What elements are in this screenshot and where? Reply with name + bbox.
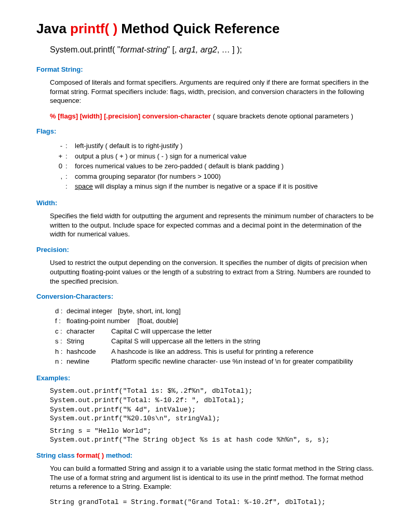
flag-row: 0:forces numerical values to be zero-pad… [55, 162, 320, 171]
examples-code-1: System.out.printf("Total is: $%,.2f%n", … [50, 387, 375, 423]
conv-desc: A hashcode is like an address. This is u… [111, 347, 355, 356]
conv-char: f : [55, 316, 65, 326]
conversion-table: d :decimal integer [byte, short, int, lo… [54, 305, 356, 367]
flag-symbol [55, 182, 64, 191]
format-spec-line: % [flags] [width] [.precision] conversio… [50, 112, 375, 121]
conv-row: s :StringCapital S will uppercase all th… [55, 337, 355, 346]
flag-space-underline: space [75, 182, 93, 190]
page-title: Java printf( ) Method Quick Reference [36, 20, 375, 38]
width-heading: Width: [36, 198, 375, 208]
flag-desc: forces numerical values to be zero-padde… [75, 162, 320, 171]
precision-body: Used to restrict the output depending on… [50, 258, 375, 286]
conv-desc: Capital S will uppercase all the letters… [111, 337, 355, 346]
conv-name: character [67, 327, 110, 336]
conv-row: c :characterCapital C will uppercase the… [55, 327, 355, 336]
flag-desc: left-justify ( default is to right-justi… [75, 141, 320, 151]
conv-row: f :floating-point number [float, double] [55, 316, 355, 326]
syntax-pre: System.out.printf( " [50, 45, 121, 54]
syntax-line: System.out.printf( "format-string" [, ar… [50, 44, 375, 56]
string-class-code: String grandTotal = String.format("Grand… [50, 498, 375, 507]
flag-colon: : [65, 141, 74, 151]
flag-symbol: , [55, 172, 64, 181]
flag-space-rest: will display a minus sign if the number … [93, 182, 318, 190]
examples-code-2: String s = "Hello World"; System.out.pri… [50, 427, 375, 445]
examples-heading: Examples: [36, 374, 375, 383]
flags-table: -:left-justify ( default is to right-jus… [54, 140, 321, 192]
string-class-h2: format( ) [76, 451, 104, 459]
string-class-h3: method: [104, 451, 132, 459]
flag-row: ,:comma grouping separator (for numbers … [55, 172, 320, 181]
title-text-3: Method Quick Reference [117, 21, 280, 36]
format-spec-note: ( square brackets denote optional parame… [211, 112, 353, 120]
conv-row: h :hashcodeA hashcode is like an address… [55, 347, 355, 356]
flag-symbol: - [55, 141, 64, 151]
flag-desc: output a plus ( + ) or minus ( - ) sign … [75, 152, 320, 161]
conv-name: String [67, 337, 110, 346]
syntax-format-italic: format-string [121, 45, 167, 54]
conv-desc: floating-point number [float, double] [67, 316, 355, 326]
conv-char: h : [55, 347, 65, 356]
string-class-body: You can build a formatted String and ass… [50, 464, 375, 491]
format-string-body: Composed of literals and format specifie… [50, 78, 375, 105]
flag-symbol: + [55, 152, 64, 161]
format-spec: % [flags] [width] [.precision] conversio… [50, 112, 211, 120]
conv-char: d : [55, 307, 65, 316]
conv-char: n : [55, 357, 65, 366]
format-string-heading: Format String: [36, 65, 375, 74]
conv-row: n :newlinePlatform specific newline char… [55, 357, 355, 366]
conv-desc: decimal integer [byte, short, int, long] [67, 307, 355, 316]
conv-char: c : [55, 327, 65, 336]
precision-heading: Precision: [36, 245, 375, 255]
flag-colon: : [65, 182, 74, 191]
conv-desc: Platform specific newline character- use… [111, 357, 355, 366]
flag-symbol: 0 [55, 162, 64, 171]
title-text-1: Java [36, 21, 70, 36]
flag-row: -:left-justify ( default is to right-jus… [55, 141, 320, 151]
conv-name: newline [67, 357, 110, 366]
conv-char: s : [55, 337, 65, 346]
conversion-heading: Conversion-Characters: [36, 292, 375, 301]
conv-desc: Capital C will uppercase the letter [111, 327, 355, 336]
string-class-h1: String class [36, 451, 76, 459]
title-text-2: printf( ) [70, 21, 117, 36]
flag-row: +:output a plus ( + ) or minus ( - ) sig… [55, 152, 320, 161]
conv-name: hashcode [67, 347, 110, 356]
flags-heading: Flags: [36, 127, 375, 136]
flag-colon: : [65, 172, 74, 181]
flag-row: :space will display a minus sign if the … [55, 182, 320, 191]
flag-colon: : [65, 162, 74, 171]
conv-row: d :decimal integer [byte, short, int, lo… [55, 307, 355, 316]
width-body: Specifies the field width for outputting… [50, 211, 375, 239]
syntax-post2: , … ] ); [217, 45, 242, 54]
syntax-args-italic: arg1, arg2 [179, 45, 217, 54]
flag-desc: space will display a minus sign if the n… [75, 182, 320, 191]
syntax-post1: " [, [167, 45, 179, 54]
string-class-heading: String class format( ) method: [36, 451, 375, 460]
flag-desc: comma grouping separator (for numbers > … [75, 172, 320, 181]
flag-colon: : [65, 152, 74, 161]
